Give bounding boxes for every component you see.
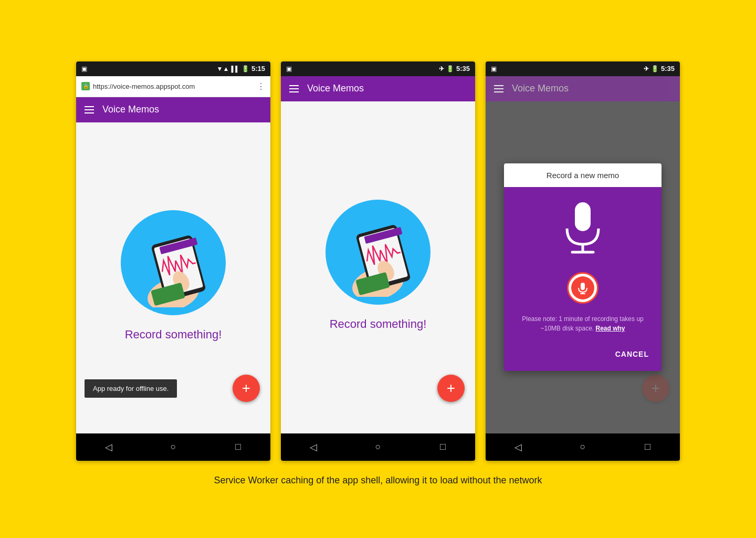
record-circle-inner[interactable]	[571, 276, 594, 299]
microphone-svg	[559, 200, 606, 257]
phone-illustration-1	[121, 210, 226, 315]
phone-icon-2: ▣	[286, 65, 292, 73]
hamburger-menu-2[interactable]	[289, 85, 299, 92]
url-bar[interactable]: 🔒 https://voice-memos.appspot.com ⋮	[76, 76, 270, 97]
record-button[interactable]	[567, 272, 598, 304]
back-btn-1[interactable]: ◁	[98, 437, 119, 458]
read-why-link[interactable]: Read why	[596, 325, 625, 332]
time-1: 5:15	[251, 65, 265, 73]
status-right-3: ✈ 🔋 5:35	[644, 65, 675, 73]
back-btn-3[interactable]: ◁	[508, 437, 529, 458]
more-icon[interactable]: ⋮	[257, 81, 265, 91]
time-2: 5:35	[456, 65, 470, 73]
recent-btn-2[interactable]: □	[432, 437, 453, 458]
fab-1[interactable]: +	[233, 375, 260, 402]
app-toolbar-3: Voice Memos	[486, 76, 680, 101]
phone-svg-2	[336, 208, 420, 297]
home-btn-3[interactable]: ○	[572, 437, 593, 458]
dialog-note: Please note: 1 minute of recording takes…	[512, 314, 653, 342]
dialog-title: Record a new memo	[504, 163, 662, 187]
app-content-1: Record something! App ready for offline …	[76, 122, 270, 433]
dialog-overlay: Record a new memo	[486, 101, 680, 433]
back-btn-2[interactable]: ◁	[303, 437, 324, 458]
caption: Service Worker caching of the app shell,…	[214, 473, 542, 488]
app-toolbar-2: Voice Memos	[281, 76, 475, 101]
phone-2: ▣ ✈ 🔋 5:35 Voice Memos	[281, 61, 475, 461]
status-right-2: ✈ 🔋 5:35	[439, 65, 470, 73]
dialog-note-text: Please note: 1 minute of recording takes…	[522, 315, 643, 332]
dialog: Record a new memo	[504, 163, 662, 371]
toolbar-title-3: Voice Memos	[512, 83, 569, 94]
wifi-icon-1: ▼▲	[217, 65, 229, 73]
battery-icon-1: 🔋	[242, 65, 249, 73]
status-bar-2: ▣ ✈ 🔋 5:35	[281, 61, 475, 76]
status-bar-3: ▣ ✈ 🔋 5:35	[486, 61, 680, 76]
home-btn-1[interactable]: ○	[163, 437, 184, 458]
airplane-icon-2: ✈	[439, 65, 444, 73]
status-left-3: ▣	[491, 65, 497, 73]
app-content-2: Record something! +	[281, 101, 475, 433]
mic-icon-large	[559, 200, 606, 260]
phone-1: ▣ ▼▲ ▌▌ 🔋 5:15 🔒 https://voice-memos.app…	[76, 61, 270, 461]
dialog-actions: CANCEL	[504, 342, 662, 371]
mic-small-icon	[576, 282, 589, 294]
app-content-3: Record a new memo	[486, 101, 680, 433]
app-toolbar-1: Voice Memos	[76, 97, 270, 122]
bottom-nav-1: ◁ ○ □	[76, 433, 270, 461]
status-right-1: ▼▲ ▌▌ 🔋 5:15	[217, 65, 265, 73]
svg-rect-15	[581, 283, 585, 290]
record-text-2: Record something!	[330, 317, 427, 331]
status-left-1: ▣	[81, 65, 87, 73]
phone-3: ▣ ✈ 🔋 5:35 Voice Memos Record a new memo	[486, 61, 680, 461]
home-btn-2[interactable]: ○	[368, 437, 388, 458]
lock-icon: 🔒	[81, 82, 90, 90]
battery-icon-2: 🔋	[446, 65, 454, 73]
fab-2[interactable]: +	[437, 375, 465, 402]
bottom-nav-2: ◁ ○ □	[281, 433, 475, 461]
airplane-icon-3: ✈	[644, 65, 649, 73]
snackbar: App ready for offline use.	[85, 379, 177, 398]
toolbar-title-2: Voice Memos	[307, 83, 364, 94]
recent-btn-1[interactable]: □	[227, 437, 248, 458]
cancel-button[interactable]: CANCEL	[611, 346, 653, 363]
phone-icon-3: ▣	[491, 65, 497, 73]
phone-svg-1	[131, 218, 215, 307]
bottom-nav-3: ◁ ○ □	[486, 433, 680, 461]
phone-icon-1: ▣	[81, 65, 87, 73]
status-left-2: ▣	[286, 65, 292, 73]
hamburger-menu-3[interactable]	[494, 85, 503, 92]
snackbar-text: App ready for offline use.	[93, 385, 169, 392]
svg-rect-12	[575, 202, 591, 231]
hamburger-menu-1[interactable]	[85, 106, 94, 113]
time-3: 5:35	[661, 65, 675, 73]
battery-icon-3: 🔋	[651, 65, 659, 73]
phone-illustration-2	[326, 200, 430, 305]
recent-btn-3[interactable]: □	[637, 437, 658, 458]
signal-icon-1: ▌▌	[231, 66, 239, 72]
toolbar-title-1: Voice Memos	[102, 104, 159, 115]
dialog-body: Please note: 1 minute of recording takes…	[504, 187, 662, 342]
phones-container: ▣ ▼▲ ▌▌ 🔋 5:15 🔒 https://voice-memos.app…	[76, 61, 680, 461]
url-text[interactable]: https://voice-memos.appspot.com	[93, 82, 254, 90]
record-text-1: Record something!	[125, 328, 222, 342]
status-bar-1: ▣ ▼▲ ▌▌ 🔋 5:15	[76, 61, 270, 76]
